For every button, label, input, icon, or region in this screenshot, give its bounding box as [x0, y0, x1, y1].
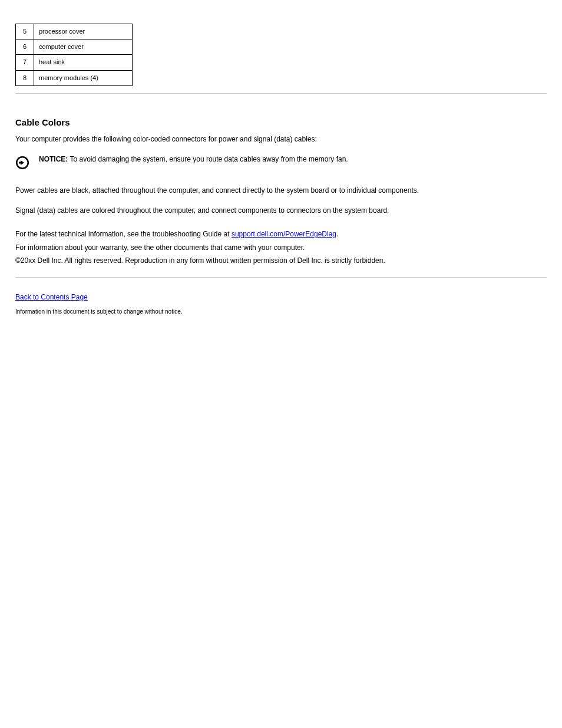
back-to-contents-link[interactable]: Back to Contents Page	[15, 293, 88, 301]
cable-colors-section: Cable Colors Your computer provides the …	[15, 117, 547, 265]
footer-disclaimer: Information in this document is subject …	[15, 308, 547, 315]
callout-table: 5 processor cover 6 computer cover 7 hea…	[15, 24, 133, 86]
callout-code: 6	[16, 39, 34, 55]
page: 5 processor cover 6 computer cover 7 hea…	[0, 0, 562, 728]
table-row: 5 processor cover	[16, 24, 133, 39]
bullet-text: Signal (data) cables are colored through…	[15, 206, 547, 215]
notice-arrow-icon	[15, 154, 39, 172]
footer: Back to Contents Page Information in thi…	[15, 293, 547, 315]
section-heading: Cable Colors	[15, 117, 547, 127]
callout-label: computer cover	[34, 39, 133, 55]
divider	[15, 277, 547, 278]
notice-text: NOTICE: To avoid damaging the system, en…	[39, 154, 547, 164]
divider	[15, 93, 547, 94]
section-intro: Your computer provides the following col…	[15, 134, 547, 144]
callout-label: memory modules (4)	[34, 70, 133, 85]
bullet-text: Power cables are black, attached through…	[15, 186, 547, 195]
table-row: 8 memory modules (4)	[16, 70, 133, 85]
support-block: For the latest technical information, se…	[15, 229, 547, 265]
notice-body: To avoid damaging the system, ensure you…	[68, 155, 348, 163]
svg-rect-2	[19, 162, 21, 163]
support-line: For the latest technical information, se…	[15, 229, 547, 239]
callout-code: 5	[16, 24, 34, 39]
support-link[interactable]: support.dell.com/PowerEdgeDiag	[232, 230, 336, 238]
callout-label: heat sink	[34, 55, 133, 70]
support-pretext: For the latest technical information, se…	[15, 230, 232, 238]
notice-label: NOTICE:	[39, 155, 68, 163]
table-row: 7 heat sink	[16, 55, 133, 70]
table-row: 6 computer cover	[16, 39, 133, 55]
support-line: For information about your warranty, see…	[15, 243, 547, 252]
callout-code: 7	[16, 55, 34, 70]
notice: NOTICE: To avoid damaging the system, en…	[15, 154, 547, 172]
support-line: ©20xx Dell Inc. All rights reserved. Rep…	[15, 256, 547, 265]
callout-label: processor cover	[34, 24, 133, 39]
callout-code: 8	[16, 70, 34, 85]
